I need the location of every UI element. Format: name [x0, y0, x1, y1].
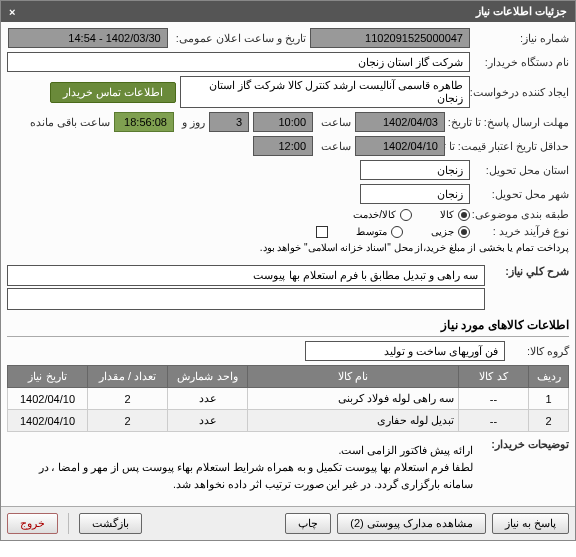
- description-extra-line: [7, 288, 485, 310]
- buy-type-option-medium[interactable]: متوسط: [356, 226, 403, 238]
- time-label-2: ساعت: [317, 140, 351, 153]
- group-value: فن آوریهای ساخت و تولید: [305, 341, 505, 361]
- table-row[interactable]: 1 -- سه راهی لوله فولاد کربنی عدد 2 1402…: [8, 388, 569, 410]
- buyer-org-label: نام دستگاه خریدار:: [474, 56, 569, 69]
- col-unit: واحد شمارش: [168, 366, 248, 388]
- creator-value: طاهره قاسمی آنالیست ارشد کنترل کالا شرکت…: [180, 76, 470, 108]
- remaining-label: ساعت باقی مانده: [26, 116, 110, 129]
- creator-label: ایجاد کننده درخواست:: [474, 86, 569, 99]
- buyer-note-label: توضیحات خریدار:: [479, 438, 569, 451]
- table-row[interactable]: 2 -- تبدیل لوله حفاری عدد 2 1402/04/10: [8, 410, 569, 432]
- category-option-goods-service[interactable]: کالا/خدمت: [353, 209, 412, 221]
- time-label-1: ساعت: [317, 116, 351, 129]
- details-window: جزئیات اطلاعات نیاز × شماره نیاز: 110209…: [0, 0, 576, 541]
- buy-type-option-minor[interactable]: جزیی: [431, 226, 470, 238]
- req-no-value: 1102091525000047: [310, 28, 470, 48]
- validity-time-value: 12:00: [253, 136, 313, 156]
- col-qty: تعداد / مقدار: [88, 366, 168, 388]
- exit-button[interactable]: خروج: [7, 513, 58, 534]
- separator: [68, 513, 69, 534]
- col-code: کد کالا: [459, 366, 529, 388]
- days-label: روز و: [178, 116, 205, 129]
- req-no-label: شماره نیاز:: [474, 32, 569, 45]
- announce-date-label: تاریخ و ساعت اعلان عمومی:: [172, 32, 306, 45]
- radio-icon: [391, 226, 403, 238]
- back-button[interactable]: بازگشت: [79, 513, 142, 534]
- treasury-note: پرداخت تمام یا بخشی از مبلغ خرید،از محل …: [260, 242, 569, 253]
- items-table: ردیف کد کالا نام کالا واحد شمارش تعداد /…: [7, 365, 569, 432]
- divider: [7, 336, 569, 337]
- reply-button[interactable]: پاسخ به نیاز: [492, 513, 569, 534]
- radio-icon: [458, 226, 470, 238]
- validity-date-value: 1402/04/10: [355, 136, 445, 156]
- buyer-org-value: شرکت گاز استان زنجان: [7, 52, 470, 72]
- window-title: جزئیات اطلاعات نیاز: [476, 5, 567, 18]
- description-value: سه راهی و تبدیل مطابق با فرم استعلام بها…: [7, 265, 485, 286]
- delivery-city-label: شهر محل تحویل:: [474, 188, 569, 201]
- group-label: گروه کالا:: [509, 345, 569, 358]
- deadline-date-value: 1402/04/03: [355, 112, 445, 132]
- col-date: تاریخ نیاز: [8, 366, 88, 388]
- delivery-province-label: استان محل تحویل:: [474, 164, 569, 177]
- print-button[interactable]: چاپ: [285, 513, 331, 534]
- items-section-title: اطلاعات کالاهای مورد نیاز: [7, 318, 569, 332]
- radio-icon: [400, 209, 412, 221]
- deadline-label: مهلت ارسال پاسخ: تا تاریخ:: [449, 116, 569, 129]
- close-icon[interactable]: ×: [9, 6, 15, 18]
- footer-toolbar: پاسخ به نیاز مشاهده مدارک پیوستی (2) چاپ…: [1, 506, 575, 540]
- announce-date-value: 1402/03/30 - 14:54: [8, 28, 168, 48]
- deadline-time-value: 10:00: [253, 112, 313, 132]
- contact-info-button[interactable]: اطلاعات تماس خریدار: [50, 82, 176, 103]
- view-attachments-button[interactable]: مشاهده مدارک پیوستی (2): [337, 513, 486, 534]
- form-body: شماره نیاز: 1102091525000047 تاریخ و ساع…: [1, 22, 575, 506]
- buy-type-label: نوع فرآیند خرید :: [474, 225, 569, 238]
- col-row: ردیف: [529, 366, 569, 388]
- delivery-city-value: زنجان: [360, 184, 470, 204]
- days-value: 3: [209, 112, 249, 132]
- treasury-checkbox[interactable]: [316, 226, 328, 238]
- delivery-province-value: زنجان: [360, 160, 470, 180]
- category-label: طبقه بندی موضوعی:: [474, 208, 569, 221]
- buyer-note-text: ارائه پیش فاکتور الزامی است. لطفا فرم اس…: [7, 438, 475, 496]
- radio-icon: [458, 209, 470, 221]
- description-label: شرح کلي نياز:: [489, 265, 569, 278]
- title-bar: جزئیات اطلاعات نیاز ×: [1, 1, 575, 22]
- col-name: نام کالا: [248, 366, 459, 388]
- category-option-goods[interactable]: کالا: [440, 209, 470, 221]
- remaining-time-value: 18:56:08: [114, 112, 174, 132]
- validity-label: حداقل تاریخ اعتبار قیمت: تا تاریخ:: [449, 140, 569, 153]
